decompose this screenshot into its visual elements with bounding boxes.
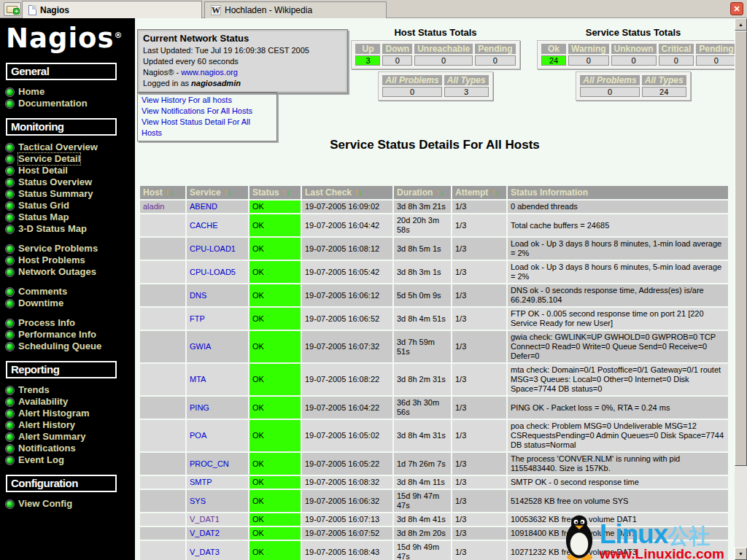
quick-link-view-host-status-detail-for-all-hosts[interactable]: View Host Status Detail For All Hosts (142, 117, 273, 139)
sidebar-item-host-detail[interactable]: Host Detail (6, 165, 135, 176)
sidebar-item-performance-info[interactable]: Performance Info (6, 329, 135, 341)
sidebar-link[interactable]: Performance Info (18, 329, 96, 341)
sidebar-link[interactable]: Alert Histogram (18, 408, 90, 419)
service-link[interactable]: CACHE (190, 221, 218, 230)
sidebar-link[interactable]: Notifications (18, 443, 76, 454)
service-link[interactable]: V_DAT2 (190, 529, 220, 537)
sidebar-item-availability[interactable]: Availability (6, 396, 135, 408)
nagios-org-link[interactable]: www.nagios.org (181, 68, 238, 77)
status-info-cell: mta check: Domain=0/1 Postoffice=0/1 Gat… (508, 364, 728, 395)
sidebar-link[interactable]: Network Outages (18, 266, 96, 278)
sidebar-item-alert-summary[interactable]: Alert Summary (6, 431, 135, 443)
sidebar-item-event-log[interactable]: Event Log (6, 454, 135, 466)
service-link[interactable]: SYS (190, 497, 206, 505)
sidebar-item-service-detail[interactable]: Service Detail (6, 153, 135, 165)
sidebar-link[interactable]: 3-D Status Map (18, 223, 87, 235)
last-updated-text: Last Updated: Tue Jul 19 16:09:38 CEST 2… (143, 45, 342, 56)
service-link[interactable]: ABEND (190, 202, 217, 211)
status-info-cell: Load ok - Up 3 days 8 hours 8 minutes, 1… (508, 238, 728, 260)
quick-link-view-notifications-for-all-hosts[interactable]: View Notifications For All Hosts (142, 106, 273, 117)
service-link[interactable]: FTP (190, 314, 205, 323)
sidebar-link[interactable]: Status Overview (18, 176, 92, 188)
column-header-status-information: Status Information (508, 186, 728, 199)
sidebar-link[interactable]: Host Detail (18, 165, 68, 176)
service-link[interactable]: V_DAT1 (190, 515, 220, 524)
vertical-scrollbar[interactable]: ▲ ▼ (735, 18, 747, 560)
sidebar-item-status-map[interactable]: Status Map (6, 211, 135, 223)
sidebar-item-status-grid[interactable]: Status Grid (6, 200, 135, 211)
scrollbar-thumb[interactable] (735, 31, 747, 466)
sidebar-link[interactable]: Downtime (18, 298, 63, 309)
sort-desc-icon[interactable]: ↓ (440, 187, 444, 198)
sidebar-link[interactable]: Availability (18, 396, 68, 408)
service-link[interactable]: PROC_CN (190, 459, 229, 468)
sidebar-item-alert-history[interactable]: Alert History (6, 419, 135, 431)
sidebar-item-host-problems[interactable]: Host Problems (6, 254, 135, 266)
sidebar-item-process-info[interactable]: Process Info (6, 317, 135, 329)
sidebar-item-comments[interactable]: Comments (6, 286, 135, 298)
sidebar-item-3-d-status-map[interactable]: 3-D Status Map (6, 223, 135, 235)
host-cell (140, 490, 185, 512)
sidebar-item-downtime[interactable]: Downtime (6, 298, 135, 309)
totals-value: 3 (444, 87, 489, 97)
sidebar-item-service-problems[interactable]: Service Problems (6, 243, 135, 254)
service-link[interactable]: GWIA (190, 342, 211, 351)
sidebar-link[interactable]: Process Info (18, 317, 75, 329)
sidebar-item-tactical-overview[interactable]: Tactical Overview (6, 141, 135, 153)
service-link[interactable]: PING (190, 403, 209, 412)
service-link[interactable]: V_DAT3 (190, 548, 220, 556)
service-status-table: Host ↑↓Service ↑↓Status ↑↓Last Check ↑↓D… (139, 184, 729, 560)
sidebar-item-status-overview[interactable]: Status Overview (6, 176, 135, 188)
sidebar-link[interactable]: Tactical Overview (18, 141, 98, 153)
quick-link-view-history-for-all-hosts[interactable]: View History For all hosts (142, 95, 273, 106)
sidebar-link[interactable]: Comments (18, 286, 67, 298)
sidebar-link[interactable]: Host Problems (18, 254, 85, 266)
service-link[interactable]: SMTP (190, 478, 212, 486)
sidebar-link[interactable]: View Config (18, 498, 72, 510)
service-link[interactable]: DNS (190, 291, 206, 300)
sidebar-link[interactable]: Home (18, 86, 44, 98)
service-link[interactable]: CPU-LOAD5 (190, 268, 236, 276)
sidebar-link[interactable]: Event Log (18, 454, 64, 466)
sort-desc-icon[interactable]: ↓ (228, 187, 232, 198)
host-cell (140, 397, 185, 419)
sort-desc-icon[interactable]: ↓ (286, 187, 290, 198)
sidebar-item-documentation[interactable]: Documentation (6, 98, 135, 109)
duration-cell: 5d 5h 0m 9s (394, 284, 451, 306)
sidebar-link[interactable]: Status Summary (18, 188, 93, 200)
column-header-host: Host ↑↓ (140, 186, 185, 199)
table-row: DNSOK19-07-2005 16:06:125d 5h 0m 9s1/3DN… (140, 284, 728, 306)
service-link[interactable]: POA (190, 431, 206, 440)
sidebar-item-trends[interactable]: Trends (6, 384, 135, 396)
tab-wikipedia[interactable]: W Hochladen - Wikipedia (204, 1, 387, 18)
sidebar-item-network-outages[interactable]: Network Outages (6, 266, 135, 278)
sort-desc-icon[interactable]: ↓ (495, 187, 500, 198)
sidebar-item-alert-histogram[interactable]: Alert Histogram (6, 408, 135, 419)
sidebar-link[interactable]: Status Grid (18, 200, 69, 211)
sidebar-item-status-summary[interactable]: Status Summary (6, 188, 135, 200)
sidebar-link[interactable]: Service Detail (18, 153, 80, 165)
sort-desc-icon[interactable]: ↓ (169, 187, 174, 198)
service-link[interactable]: CPU-LOAD1 (190, 244, 236, 253)
sidebar-item-scheduling-queue[interactable]: Scheduling Queue (6, 341, 135, 352)
sidebar-item-notifications[interactable]: Notifications (6, 443, 135, 454)
sort-desc-icon[interactable]: ↓ (358, 187, 363, 198)
new-tab-button[interactable]: + (4, 2, 21, 16)
sidebar-item-view-config[interactable]: View Config (6, 498, 135, 510)
sidebar-link[interactable]: Trends (18, 384, 50, 396)
sidebar-link[interactable]: Alert Summary (18, 431, 85, 443)
totals-col-all-types: All Types (642, 75, 686, 85)
service-link[interactable]: MTA (190, 375, 206, 384)
sidebar-item-home[interactable]: Home (6, 86, 135, 98)
tab-nagios[interactable]: Nagios (22, 1, 202, 18)
sidebar-link[interactable]: Service Problems (18, 243, 98, 254)
host-link[interactable]: aladin (143, 202, 164, 211)
sidebar-link[interactable]: Alert History (18, 419, 75, 431)
nagios-logo[interactable]: Nagios® (6, 23, 135, 54)
scroll-up-icon[interactable]: ▲ (735, 18, 747, 31)
scroll-down-icon[interactable]: ▼ (735, 548, 747, 560)
sidebar-link[interactable]: Status Map (18, 211, 69, 223)
sidebar-link[interactable]: Documentation (18, 98, 88, 109)
close-icon[interactable]: ✕ (730, 2, 743, 15)
sidebar-link[interactable]: Scheduling Queue (18, 341, 101, 352)
